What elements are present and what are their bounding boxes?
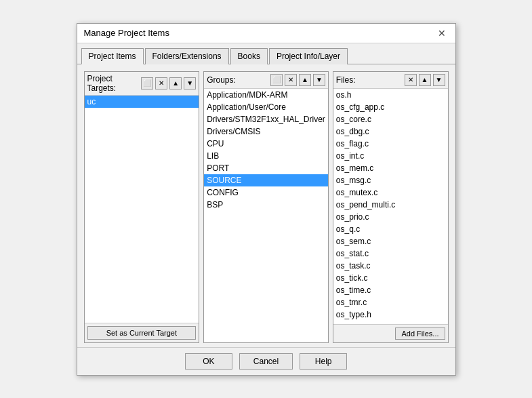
targets-panel-label: Project Targets: [87, 74, 140, 93]
targets-panel-footer: Set as Current Target [85, 323, 199, 342]
files-panel-header: Files: ✕ ▲ ▼ [333, 72, 448, 89]
list-item[interactable]: os_time.c [333, 284, 448, 296]
list-item[interactable]: uc [85, 96, 199, 108]
list-item[interactable]: BSP [204, 199, 328, 211]
files-down-button[interactable]: ▼ [433, 74, 445, 86]
list-item[interactable]: os_dbg.c [333, 125, 448, 138]
groups-list: Application/MDK-ARMApplication/User/Core… [204, 89, 328, 342]
list-item[interactable]: os_msg.c [333, 174, 448, 186]
files-panel-footer: Add Files... [333, 324, 448, 342]
tab-folders-extensions[interactable]: Folders/Extensions [145, 48, 229, 64]
list-item[interactable]: os_stat.c [333, 247, 448, 260]
targets-panel: Project Targets: ⬜ ✕ ▲ ▼ uc [84, 71, 200, 343]
list-item[interactable]: os.h [333, 89, 448, 101]
list-item[interactable]: LIB [204, 150, 328, 162]
panels-row: Project Targets: ⬜ ✕ ▲ ▼ uc [84, 71, 449, 343]
list-item[interactable]: PORT [204, 162, 328, 174]
ok-button[interactable]: OK [185, 353, 232, 370]
list-item[interactable]: os_sem.c [333, 235, 448, 247]
list-item[interactable]: SOURCE [204, 174, 328, 186]
dialog-title: Manage Project Items [84, 28, 169, 38]
targets-list: uc [85, 96, 199, 323]
files-panel: Files: ✕ ▲ ▼ os.hos_cfg_app.cos_core.cos… [333, 71, 449, 343]
cancel-button[interactable]: Cancel [239, 353, 293, 370]
targets-up-button[interactable]: ▲ [169, 77, 182, 89]
list-item[interactable]: Drivers/STM32F1xx_HAL_Driver [204, 113, 328, 125]
files-list: os.hos_cfg_app.cos_core.cos_dbg.cos_flag… [333, 89, 448, 324]
list-item[interactable]: os_q.c [333, 223, 448, 235]
targets-new-button[interactable]: ⬜ [141, 77, 153, 89]
targets-delete-button[interactable]: ✕ [155, 77, 167, 89]
list-item[interactable]: os_mutex.c [333, 186, 448, 199]
tab-project-items[interactable]: Project Items [81, 48, 144, 64]
tab-bar: Project Items Folders/Extensions Books P… [77, 43, 455, 64]
list-item[interactable]: os_tmr.c [333, 296, 448, 309]
groups-up-button[interactable]: ▲ [299, 74, 311, 86]
list-item[interactable]: Drivers/CMSIS [204, 125, 328, 138]
list-item[interactable]: os_task.c [333, 260, 448, 272]
dialog-footer: OK Cancel Help [77, 347, 455, 375]
targets-down-button[interactable]: ▼ [184, 77, 196, 89]
list-item[interactable]: Application/MDK-ARM [204, 89, 328, 101]
groups-delete-button[interactable]: ✕ [285, 74, 297, 86]
files-up-button[interactable]: ▲ [419, 74, 431, 86]
list-item[interactable]: os_tick.c [333, 272, 448, 284]
list-item[interactable]: CPU [204, 138, 328, 150]
list-item[interactable]: os_cfg_app.c [333, 101, 448, 113]
groups-down-button[interactable]: ▼ [313, 74, 325, 86]
list-item[interactable]: os_type.h [333, 309, 448, 321]
set-current-target-button[interactable]: Set as Current Target [87, 326, 197, 340]
list-item[interactable]: os_core.c [333, 113, 448, 125]
tab-project-info-layer[interactable]: Project Info/Layer [269, 48, 348, 64]
list-item[interactable]: os_mem.c [333, 162, 448, 174]
groups-panel-header: Groups: ⬜ ✕ ▲ ▼ [204, 72, 328, 89]
dialog-body: Project Targets: ⬜ ✕ ▲ ▼ uc [77, 64, 455, 347]
list-item[interactable]: os_int.c [333, 150, 448, 162]
add-files-button[interactable]: Add Files... [395, 327, 445, 340]
title-bar: Manage Project Items ✕ [77, 24, 455, 43]
close-button[interactable]: ✕ [435, 28, 449, 39]
manage-project-dialog: Manage Project Items ✕ Project Items Fol… [77, 23, 456, 376]
list-item[interactable]: os_prio.c [333, 211, 448, 223]
targets-panel-header: Project Targets: ⬜ ✕ ▲ ▼ [85, 72, 199, 96]
list-item[interactable]: os_flag.c [333, 138, 448, 150]
list-item[interactable]: Application/User/Core [204, 101, 328, 113]
groups-new-button[interactable]: ⬜ [270, 74, 283, 86]
groups-panel-label: Groups: [207, 75, 268, 85]
list-item[interactable]: CONFIG [204, 186, 328, 199]
files-delete-button[interactable]: ✕ [405, 74, 417, 86]
list-item[interactable]: os_pend_multi.c [333, 199, 448, 211]
tab-books[interactable]: Books [230, 48, 268, 64]
help-button[interactable]: Help [300, 353, 347, 370]
files-panel-label: Files: [336, 75, 403, 85]
groups-panel: Groups: ⬜ ✕ ▲ ▼ Application/MDK-ARMAppli… [203, 71, 329, 343]
